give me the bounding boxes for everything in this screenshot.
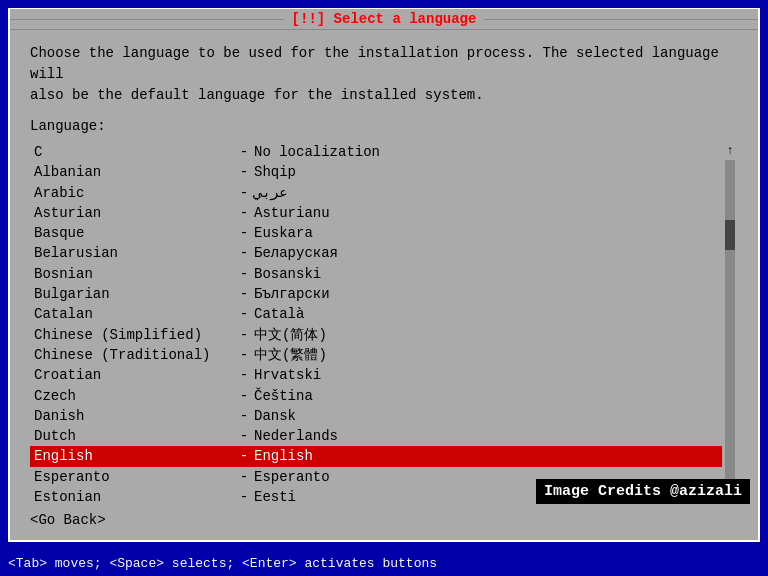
lang-native: Български (254, 284, 330, 304)
lang-native: عربي (254, 183, 288, 203)
status-text: <Tab> moves; <Space> selects; <Enter> ac… (8, 556, 437, 571)
main-window: [!!] Select a language Choose the langua… (8, 8, 760, 542)
lang-separator: - (234, 223, 254, 243)
scroll-up-arrow[interactable]: ↑ (726, 144, 733, 158)
lang-separator: - (234, 142, 254, 162)
lang-native: Беларуская (254, 243, 338, 263)
list-item[interactable]: Croatian-Hrvatski (30, 365, 722, 385)
lang-name: Estonian (34, 487, 234, 502)
list-item[interactable]: Basque-Euskara (30, 223, 722, 243)
list-item[interactable]: Catalan-Català (30, 304, 722, 324)
lang-native: Esperanto (254, 467, 330, 487)
lang-name: Bulgarian (34, 284, 234, 304)
go-back-button[interactable]: <Go Back> (30, 512, 738, 528)
lang-name: Asturian (34, 203, 234, 223)
language-label: Language: (30, 118, 738, 134)
description-line1: Choose the language to be used for the i… (30, 43, 738, 85)
lang-separator: - (234, 446, 254, 466)
lang-native: Euskara (254, 223, 313, 243)
lang-separator: - (234, 264, 254, 284)
lang-native: Nederlands (254, 426, 338, 446)
description-line2: also be the default language for the ins… (30, 85, 738, 106)
lang-separator: - (234, 243, 254, 263)
lang-name: Danish (34, 406, 234, 426)
lang-name: Dutch (34, 426, 234, 446)
scroll-track (725, 160, 735, 484)
scroll-thumb[interactable] (725, 220, 735, 250)
lang-name: Arabic (34, 183, 234, 203)
status-bar: <Tab> moves; <Space> selects; <Enter> ac… (0, 550, 768, 576)
lang-native: No localization (254, 142, 380, 162)
image-credits: Image Credits @azizali (536, 479, 750, 504)
list-item[interactable]: Albanian-Shqip (30, 162, 722, 182)
lang-separator: - (234, 345, 254, 365)
list-item[interactable]: Arabic-عربي (30, 183, 722, 203)
lang-name: Croatian (34, 365, 234, 385)
lang-name: C (34, 142, 234, 162)
go-back-label: <Go Back> (30, 512, 106, 528)
title-bar: [!!] Select a language (10, 9, 758, 30)
lang-separator: - (234, 406, 254, 426)
lang-native: Hrvatski (254, 365, 321, 385)
lang-name: Albanian (34, 162, 234, 182)
lang-native: Čeština (254, 386, 313, 406)
lang-name: Bosnian (34, 264, 234, 284)
lang-separator: - (234, 284, 254, 304)
lang-native: 中文(繁體) (254, 345, 327, 365)
lang-name: Basque (34, 223, 234, 243)
list-item[interactable]: Dutch-Nederlands (30, 426, 722, 446)
content-area: Choose the language to be used for the i… (10, 31, 758, 540)
list-item[interactable]: Chinese (Traditional)-中文(繁體) (30, 345, 722, 365)
list-item[interactable]: Czech-Čeština (30, 386, 722, 406)
list-item[interactable]: English-English (30, 446, 722, 466)
lang-name: Chinese (Traditional) (34, 345, 234, 365)
lang-native: English (254, 446, 313, 466)
lang-native: 中文(简体) (254, 325, 327, 345)
list-item[interactable]: Danish-Dansk (30, 406, 722, 426)
scrollbar: ↑ ↓ (722, 142, 738, 502)
lang-native: Eesti (254, 487, 296, 502)
lang-native: Dansk (254, 406, 296, 426)
language-list[interactable]: C-No localizationAlbanian-ShqipArabic-عر… (30, 142, 722, 502)
lang-separator: - (234, 162, 254, 182)
list-item[interactable]: Bosnian-Bosanski (30, 264, 722, 284)
lang-separator: - (234, 426, 254, 446)
lang-separator: - (234, 183, 254, 203)
lang-separator: - (234, 386, 254, 406)
lang-name: Czech (34, 386, 234, 406)
list-container: C-No localizationAlbanian-ShqipArabic-عر… (30, 142, 738, 502)
list-item[interactable]: Asturian-Asturianu (30, 203, 722, 223)
lang-native: Català (254, 304, 304, 324)
lang-separator: - (234, 203, 254, 223)
lang-name: Esperanto (34, 467, 234, 487)
lang-separator: - (234, 304, 254, 324)
window-title: [!!] Select a language (284, 11, 485, 27)
list-item[interactable]: Bulgarian-Български (30, 284, 722, 304)
lang-name: Catalan (34, 304, 234, 324)
lang-native: Shqip (254, 162, 296, 182)
lang-separator: - (234, 467, 254, 487)
lang-native: Asturianu (254, 203, 330, 223)
description-text: Choose the language to be used for the i… (30, 43, 738, 106)
lang-name: English (34, 446, 234, 466)
lang-name: Chinese (Simplified) (34, 325, 234, 345)
list-item[interactable]: Belarusian-Беларуская (30, 243, 722, 263)
list-item[interactable]: C-No localization (30, 142, 722, 162)
lang-separator: - (234, 365, 254, 385)
lang-separator: - (234, 325, 254, 345)
lang-name: Belarusian (34, 243, 234, 263)
lang-separator: - (234, 487, 254, 502)
lang-native: Bosanski (254, 264, 321, 284)
list-item[interactable]: Chinese (Simplified)-中文(简体) (30, 325, 722, 345)
